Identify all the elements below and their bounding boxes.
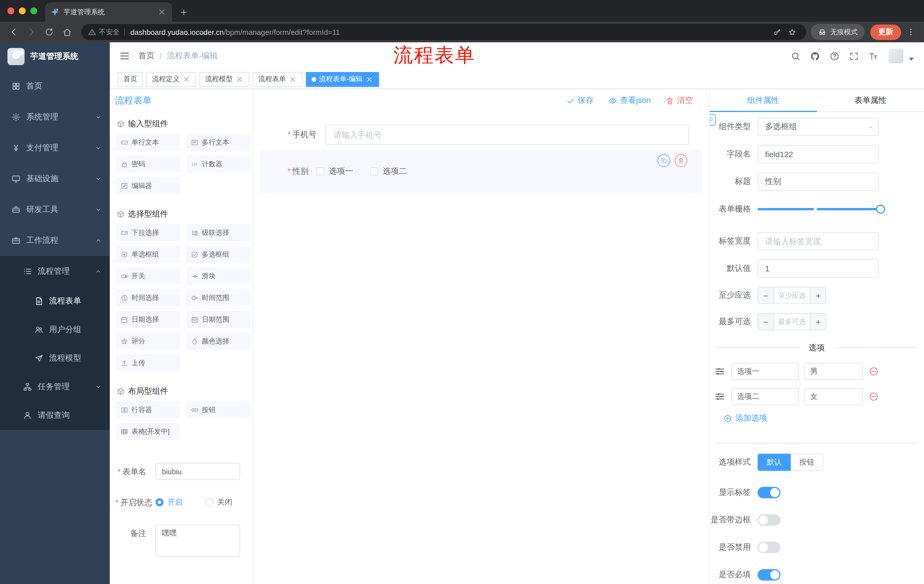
copy-link-button[interactable] — [709, 114, 716, 126]
tag-process-model[interactable]: 流程模型 — [200, 72, 249, 87]
new-tab-button[interactable] — [175, 4, 191, 20]
sidebar-item-infrastructure[interactable]: 基础设施 — [0, 163, 110, 194]
option-label-input[interactable] — [731, 363, 799, 380]
window-close-button[interactable] — [7, 7, 14, 14]
window-zoom-button[interactable] — [30, 7, 37, 14]
sidebar-item-devtools[interactable]: 研发工具 — [0, 194, 110, 225]
reload-button[interactable] — [41, 24, 57, 40]
radio-on[interactable] — [155, 498, 163, 506]
palette-item-time-picker[interactable]: 时间选择 — [116, 289, 180, 306]
remove-option-icon[interactable] — [868, 392, 879, 402]
phone-input[interactable] — [326, 125, 689, 145]
sidebar-item-user-groups[interactable]: 用户分组 — [0, 316, 110, 344]
checkbox-option-2[interactable]: 选项二 — [370, 166, 407, 176]
style-default-button[interactable]: 默认 — [757, 454, 791, 471]
widget-delete-button[interactable] — [675, 154, 687, 167]
tag-process-definition[interactable]: 流程定义 — [146, 72, 196, 87]
disabled-toggle[interactable] — [757, 542, 780, 553]
sidebar-item-process-management[interactable]: 流程管理 — [0, 256, 110, 287]
field-name-input[interactable] — [757, 145, 879, 163]
palette-item-upload[interactable]: 上传 — [116, 354, 180, 372]
radio-off-label[interactable]: 关闭 — [217, 497, 232, 507]
stepper-value[interactable]: 最多可选 — [773, 314, 811, 330]
avatar-caret-icon[interactable] — [909, 58, 914, 60]
sidebar-item-system[interactable]: 系统管理 — [0, 102, 110, 133]
title-input[interactable] — [757, 173, 879, 191]
checkbox[interactable] — [370, 168, 378, 175]
remove-option-icon[interactable] — [868, 366, 879, 377]
sidebar-item-home[interactable]: 首页 — [0, 71, 110, 102]
tag-width-input[interactable] — [757, 232, 879, 250]
palette-item-date-range[interactable]: 日期范围 — [186, 311, 251, 328]
palette-item-table[interactable]: 表格[开发中] — [116, 423, 180, 440]
sidebar-item-task-management[interactable]: 任务管理 — [0, 373, 110, 401]
tag-process-form-edit[interactable]: 流程表单-编辑 — [306, 72, 379, 87]
default-value-input[interactable] — [757, 260, 879, 278]
drag-handle-icon[interactable] — [714, 366, 726, 377]
hamburger-icon[interactable] — [119, 50, 130, 62]
palette-item-password[interactable]: 密码 — [116, 155, 180, 173]
palette-item-color-picker[interactable]: 颜色选择 — [186, 332, 251, 350]
tab-form-props[interactable]: 表单属性 — [817, 89, 924, 112]
sidebar-item-leave-query[interactable]: 请假查询 — [0, 401, 110, 430]
tag-close-icon[interactable] — [182, 75, 190, 83]
app-logo[interactable]: 芋道管理系统 — [0, 42, 110, 71]
palette-item-button[interactable]: 按钮 — [186, 401, 251, 418]
stepper-increase-button[interactable]: + — [811, 314, 826, 330]
option-value-input[interactable] — [805, 363, 863, 380]
palette-item-multi-line-text[interactable]: 多行文本 — [186, 134, 251, 151]
back-button[interactable] — [6, 24, 22, 40]
palette-item-cascader[interactable]: 级联选择 — [186, 224, 251, 241]
drag-handle-icon[interactable] — [714, 391, 726, 402]
github-button[interactable] — [806, 48, 823, 64]
palette-item-row-container[interactable]: 行容器 — [116, 401, 180, 418]
grid-slider[interactable] — [757, 200, 883, 218]
bookmark-button[interactable] — [784, 25, 799, 39]
stepper-decrease-button[interactable]: − — [758, 288, 773, 303]
radio-on-label[interactable]: 开启 — [168, 497, 182, 507]
style-button-button[interactable]: 按钮 — [791, 454, 823, 471]
checkbox[interactable] — [317, 168, 325, 175]
widget-phone-field[interactable]: 手机号 — [253, 125, 709, 145]
sidebar-item-process-form[interactable]: 流程表单 — [0, 287, 110, 316]
stepper-value[interactable]: 至少应选 — [773, 288, 811, 303]
palette-item-time-range[interactable]: 时间范围 — [186, 289, 251, 306]
form-remark-textarea[interactable]: 嘿嘿 — [155, 525, 240, 556]
browser-tab[interactable]: 芋道管理系统 — [45, 2, 172, 22]
tag-close-icon[interactable] — [289, 75, 297, 83]
tab-close-icon[interactable] — [157, 7, 167, 16]
fullscreen-button[interactable] — [845, 48, 862, 64]
stepper-decrease-button[interactable]: − — [758, 314, 773, 330]
palette-item-date-picker[interactable]: 日期选择 — [116, 311, 180, 328]
tag-close-icon[interactable] — [236, 75, 244, 83]
palette-item-radio-group[interactable]: 单选框组 — [116, 246, 180, 263]
sidebar-item-workflow[interactable]: 工作流程 — [0, 225, 110, 256]
palette-item-rate[interactable]: 评分 — [116, 332, 180, 350]
tag-home[interactable]: 首页 — [118, 72, 143, 87]
widget-gender-field-selected[interactable]: 性别 选项一 选项二 — [260, 150, 702, 193]
palette-item-single-line-text[interactable]: 单行文本 — [116, 134, 180, 151]
save-button[interactable]: 保存 — [566, 95, 594, 106]
palette-item-counter[interactable]: 计数器 — [186, 155, 251, 173]
search-button[interactable] — [787, 48, 804, 64]
address-bar[interactable]: 不安全 dashboard.yudao.iocoder.cn/bpm/manag… — [81, 24, 806, 40]
palette-item-dropdown[interactable]: 下拉选择 — [116, 224, 180, 241]
tab-component-props[interactable]: 组件属性 — [710, 89, 817, 112]
checkbox-option-1[interactable]: 选项一 — [317, 166, 353, 176]
browser-update-button[interactable]: 更新 — [870, 24, 901, 40]
show-label-toggle[interactable] — [757, 487, 780, 498]
add-option-button[interactable]: 添加选项 — [723, 413, 924, 423]
border-toggle[interactable] — [757, 514, 780, 526]
tag-process-form[interactable]: 流程表单 — [253, 72, 302, 87]
home-button[interactable] — [59, 24, 75, 40]
form-name-input[interactable] — [155, 463, 240, 480]
password-key-button[interactable] — [770, 25, 784, 39]
window-minimize-button[interactable] — [19, 7, 26, 14]
slider-handle[interactable] — [876, 204, 885, 214]
component-type-select[interactable]: 多选框组 — [757, 118, 879, 136]
breadcrumb-home[interactable]: 首页 — [139, 51, 154, 61]
palette-item-switch[interactable]: 开关 — [116, 267, 180, 285]
palette-item-slider[interactable]: 滑块 — [186, 267, 251, 285]
tag-close-icon[interactable] — [365, 75, 373, 83]
option-value-input[interactable] — [805, 388, 863, 405]
